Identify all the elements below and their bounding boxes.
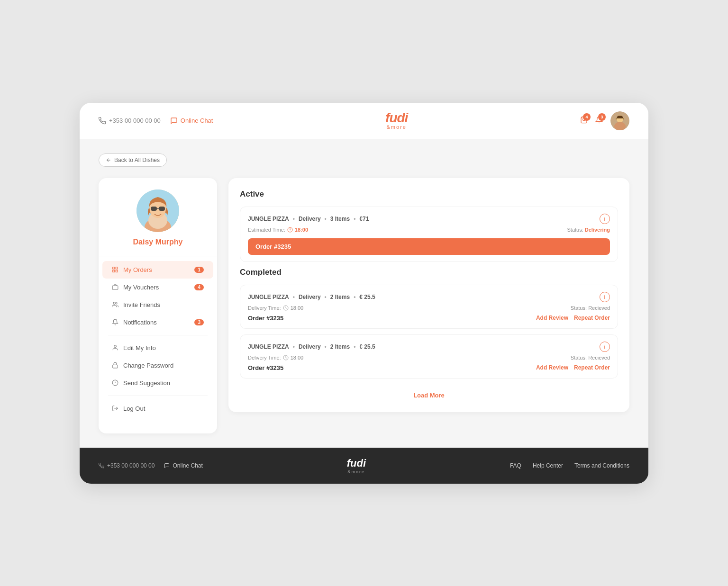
active-order-status: Delivering [585,227,610,233]
svg-rect-13 [116,267,118,269]
completed-1-type: Delivery [299,294,321,300]
suggestion-icon [112,379,118,386]
user-profile: Daisy Murphy [99,189,217,256]
header-left: +353 00 000 00 00 Online Chat [99,117,213,125]
svg-rect-16 [112,286,118,289]
orders-panel: Active JUNGLE PIZZA • Delivery • 3 Items… [228,178,629,412]
completed-order-card-1: JUNGLE PIZZA • Delivery • 2 Items • € 25… [240,285,618,329]
repeat-order-button-1[interactable]: Repeat Order [574,315,610,321]
sidebar-item-orders[interactable]: My Orders 1 [102,261,213,279]
sidebar-item-suggestion[interactable]: Send Suggestion [102,374,213,392]
bell-badge: 3 [598,113,606,121]
edit-info-icon [112,344,118,351]
logout-icon [112,405,118,412]
completed-order-card-2: JUNGLE PIZZA • Delivery • 2 Items • € 25… [240,334,618,379]
footer-link-help[interactable]: Help Center [533,462,563,469]
notifications-button[interactable]: 3 [595,116,603,126]
footer-logo: fudi &more [347,457,366,474]
menu-divider-1 [108,335,208,335]
active-order-info-icon[interactable]: i [600,214,610,224]
svg-point-18 [114,345,117,348]
svg-rect-19 [113,365,118,368]
completed-1-items: 2 Items [330,294,350,300]
back-button[interactable]: Back to All Dishes [99,153,167,167]
svg-rect-9 [151,207,157,211]
svg-point-17 [113,302,116,305]
sidebar-item-edit-info[interactable]: Edit My Info [102,339,213,357]
orders-icon [112,266,118,273]
back-arrow-icon [106,157,111,163]
footer-phone: +353 00 000 00 00 [99,462,155,469]
notification-icon [112,319,118,325]
completed-2-price: € 25.5 [359,343,375,350]
header: +353 00 000 00 00 Online Chat fudi &more… [80,103,648,139]
footer-link-terms[interactable]: Terms and Conditions [574,462,629,469]
user-avatar-image [136,189,179,232]
sidebar-item-vouchers[interactable]: My Vouchers 4 [102,279,213,296]
completed-2-info-icon[interactable]: i [600,342,610,352]
main-content: Back to All Dishes [80,139,648,448]
repeat-order-button-2[interactable]: Repeat Order [574,364,610,371]
active-order-card: JUNGLE PIZZA • Delivery • 3 Items • €71 … [240,207,618,262]
completed-2-type: Delivery [299,343,321,350]
header-chat[interactable]: Online Chat [170,117,213,125]
footer-chat-icon [164,463,170,469]
header-phone: +353 00 000 00 00 [99,117,161,125]
active-items: 3 Items [330,216,350,222]
sidebar-item-invite[interactable]: Invite Friends [102,296,213,314]
phone-icon [99,117,106,125]
avatar-icon [610,111,629,130]
user-name: Daisy Murphy [108,238,208,246]
sidebar-item-change-password[interactable]: Change Password [102,357,213,374]
active-price: €71 [359,216,369,222]
content-grid: Daisy Murphy My Orders 1 [99,178,629,433]
completed-1-status: Recieved [588,305,610,311]
active-restaurant: JUNGLE PIZZA [248,216,289,222]
clock-icon-2 [283,305,289,311]
completed-section-title: Completed [240,268,618,277]
svg-rect-12 [113,267,115,269]
active-type: Delivery [299,216,321,222]
footer: +353 00 000 00 00 Online Chat fudi &more… [80,448,648,484]
clock-icon [287,227,293,233]
menu-divider-2 [108,396,208,396]
add-review-button-2[interactable]: Add Review [536,364,568,371]
completed-1-price: € 25.5 [359,294,375,300]
user-avatar-header[interactable] [610,111,629,130]
footer-left: +353 00 000 00 00 Online Chat [99,462,203,469]
active-order-time: Estimated Time: 18:00 [248,227,308,233]
invite-icon [112,301,118,308]
header-logo: fudi &more [385,111,408,130]
active-section-title: Active [240,189,618,199]
clock-icon-3 [283,355,289,361]
footer-link-faq[interactable]: FAQ [510,462,521,469]
user-avatar-sidebar [136,189,179,232]
svg-rect-14 [116,270,118,272]
completed-2-order-number: Order #3235 [248,364,283,371]
svg-rect-15 [113,270,115,272]
completed-2-status: Recieved [588,355,610,361]
completed-2-items: 2 Items [330,343,350,350]
footer-phone-icon [99,463,104,469]
completed-1-restaurant: JUNGLE PIZZA [248,294,289,300]
cart-badge: 4 [583,113,591,121]
active-order-button[interactable]: Order #3235 [248,238,610,255]
load-more-button[interactable]: Load More [240,384,618,401]
header-right: 4 3 [580,111,629,130]
vouchers-icon [112,284,118,290]
add-review-button-1[interactable]: Add Review [536,315,568,321]
footer-chat[interactable]: Online Chat [164,462,202,469]
lock-icon [112,362,118,369]
completed-2-restaurant: JUNGLE PIZZA [248,343,289,350]
completed-1-info-icon[interactable]: i [600,292,610,302]
completed-1-order-number: Order #3235 [248,315,283,322]
sidebar-item-logout[interactable]: Log Out [102,400,213,417]
chat-icon [170,117,178,125]
sidebar: Daisy Murphy My Orders 1 [99,178,217,433]
app-container: +353 00 000 00 00 Online Chat fudi &more… [80,103,648,484]
footer-links: FAQ Help Center Terms and Conditions [510,462,629,469]
cart-button[interactable]: 4 [580,116,588,126]
svg-rect-10 [159,207,165,211]
sidebar-item-notifications[interactable]: Notifications 3 [102,314,213,331]
completed-2-time: Delivery Time: 18:00 [248,355,303,361]
